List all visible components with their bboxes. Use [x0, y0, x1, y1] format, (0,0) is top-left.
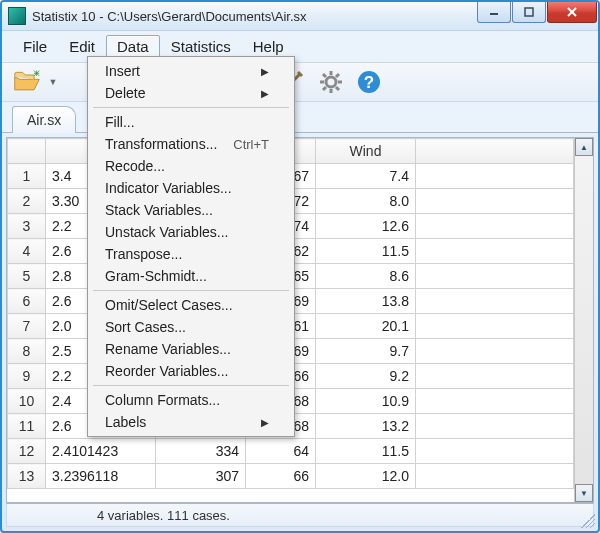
- help-icon: ?: [356, 69, 382, 95]
- cell-empty[interactable]: [416, 464, 574, 489]
- cell-o[interactable]: 2.4101423: [46, 439, 156, 464]
- menu-item-transformations[interactable]: Transformations...Ctrl+T: [91, 133, 291, 155]
- cell-wind[interactable]: 9.7: [316, 339, 416, 364]
- cell-wind[interactable]: 13.2: [316, 414, 416, 439]
- cell-hidden[interactable]: 334: [156, 439, 246, 464]
- toolbar-help-button[interactable]: ?: [352, 65, 386, 99]
- row-header[interactable]: 3: [8, 214, 46, 239]
- cell-temp[interactable]: 64: [246, 439, 316, 464]
- row-header[interactable]: 11: [8, 414, 46, 439]
- svg-line-12: [336, 87, 339, 90]
- svg-rect-1: [525, 8, 533, 16]
- open-file-button[interactable]: [10, 65, 44, 99]
- menu-item-label: Gram-Schmidt...: [105, 268, 207, 284]
- cell-wind[interactable]: 11.5: [316, 239, 416, 264]
- row-header[interactable]: 10: [8, 389, 46, 414]
- menu-item-label: Delete: [105, 85, 145, 101]
- open-file-dropdown[interactable]: ▼: [48, 77, 58, 87]
- cell-empty[interactable]: [416, 339, 574, 364]
- cell-wind[interactable]: 11.5: [316, 439, 416, 464]
- cell-empty[interactable]: [416, 289, 574, 314]
- cell-empty[interactable]: [416, 189, 574, 214]
- menu-item-labels[interactable]: Labels▶: [91, 411, 291, 433]
- chevron-right-icon: ▶: [261, 88, 269, 99]
- menu-item-label: Unstack Variables...: [105, 224, 228, 240]
- menu-item-stack-variables[interactable]: Stack Variables...: [91, 199, 291, 221]
- vertical-scrollbar[interactable]: ▲ ▼: [574, 138, 593, 502]
- cell-wind[interactable]: 9.2: [316, 364, 416, 389]
- menu-item-label: Insert: [105, 63, 140, 79]
- minimize-icon: [489, 7, 499, 17]
- menu-help[interactable]: Help: [242, 35, 295, 58]
- menu-item-label: Labels: [105, 414, 146, 430]
- scroll-down-button[interactable]: ▼: [575, 484, 593, 502]
- minimize-button[interactable]: [477, 2, 511, 23]
- row-header[interactable]: 7: [8, 314, 46, 339]
- cell-empty[interactable]: [416, 164, 574, 189]
- table-row[interactable]: 122.41014233346411.5: [8, 439, 574, 464]
- cell-empty[interactable]: [416, 264, 574, 289]
- menu-item-insert[interactable]: Insert▶: [91, 60, 291, 82]
- scroll-up-button[interactable]: ▲: [575, 138, 593, 156]
- row-header[interactable]: 1: [8, 164, 46, 189]
- close-button[interactable]: [547, 2, 597, 23]
- cell-empty[interactable]: [416, 439, 574, 464]
- row-header[interactable]: 2: [8, 189, 46, 214]
- menu-item-column-formats[interactable]: Column Formats...: [91, 389, 291, 411]
- file-tab-air[interactable]: Air.sx: [12, 106, 76, 133]
- menu-separator: [93, 385, 289, 386]
- menu-separator: [93, 290, 289, 291]
- menu-item-gram-schmidt[interactable]: Gram-Schmidt...: [91, 265, 291, 287]
- cell-wind[interactable]: 12.6: [316, 214, 416, 239]
- menu-item-label: Reorder Variables...: [105, 363, 228, 379]
- menu-item-omit-select-cases[interactable]: Omit/Select Cases...: [91, 294, 291, 316]
- menu-item-indicator-variables[interactable]: Indicator Variables...: [91, 177, 291, 199]
- menu-item-label: Omit/Select Cases...: [105, 297, 233, 313]
- row-header[interactable]: 6: [8, 289, 46, 314]
- cell-wind[interactable]: 8.0: [316, 189, 416, 214]
- row-header[interactable]: 8: [8, 339, 46, 364]
- menu-item-sort-cases[interactable]: Sort Cases...: [91, 316, 291, 338]
- cell-empty[interactable]: [416, 364, 574, 389]
- cell-empty[interactable]: [416, 239, 574, 264]
- cell-wind[interactable]: 12.0: [316, 464, 416, 489]
- menu-item-fill[interactable]: Fill...: [91, 111, 291, 133]
- cell-wind[interactable]: 8.6: [316, 264, 416, 289]
- menu-item-transpose[interactable]: Transpose...: [91, 243, 291, 265]
- cell-wind[interactable]: 20.1: [316, 314, 416, 339]
- cell-wind[interactable]: 10.9: [316, 389, 416, 414]
- menu-item-rename-variables[interactable]: Rename Variables...: [91, 338, 291, 360]
- menu-item-delete[interactable]: Delete▶: [91, 82, 291, 104]
- table-row[interactable]: 133.23961183076612.0: [8, 464, 574, 489]
- maximize-button[interactable]: [512, 2, 546, 23]
- menu-file[interactable]: File: [12, 35, 58, 58]
- status-text: 4 variables. 111 cases.: [97, 508, 230, 523]
- menu-statistics[interactable]: Statistics: [160, 35, 242, 58]
- row-header[interactable]: 12: [8, 439, 46, 464]
- menu-data[interactable]: Data: [106, 35, 160, 58]
- cell-hidden[interactable]: 307: [156, 464, 246, 489]
- title-bar: Statistix 10 - C:\Users\Gerard\Documents…: [2, 2, 598, 31]
- menu-item-shortcut: Ctrl+T: [233, 137, 269, 152]
- menu-item-recode[interactable]: Recode...: [91, 155, 291, 177]
- toolbar-settings-button[interactable]: [314, 65, 348, 99]
- cell-wind[interactable]: 7.4: [316, 164, 416, 189]
- column-header-wind[interactable]: Wind: [316, 139, 416, 164]
- menu-item-unstack-variables[interactable]: Unstack Variables...: [91, 221, 291, 243]
- cell-empty[interactable]: [416, 214, 574, 239]
- cell-temp[interactable]: 66: [246, 464, 316, 489]
- cell-wind[interactable]: 13.8: [316, 289, 416, 314]
- menu-item-reorder-variables[interactable]: Reorder Variables...: [91, 360, 291, 382]
- row-header[interactable]: 9: [8, 364, 46, 389]
- corner-cell: [8, 139, 46, 164]
- menu-item-label: Sort Cases...: [105, 319, 186, 335]
- menu-edit[interactable]: Edit: [58, 35, 106, 58]
- cell-empty[interactable]: [416, 389, 574, 414]
- row-header[interactable]: 4: [8, 239, 46, 264]
- cell-o[interactable]: 3.2396118: [46, 464, 156, 489]
- resize-grip[interactable]: [581, 514, 595, 528]
- cell-empty[interactable]: [416, 414, 574, 439]
- row-header[interactable]: 13: [8, 464, 46, 489]
- row-header[interactable]: 5: [8, 264, 46, 289]
- cell-empty[interactable]: [416, 314, 574, 339]
